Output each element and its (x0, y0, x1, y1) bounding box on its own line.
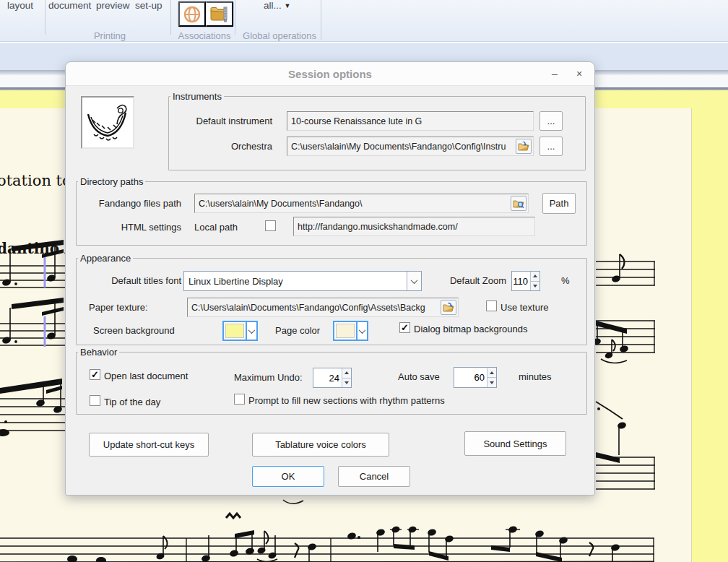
spinner-down-icon[interactable] (488, 377, 496, 387)
default-instrument-field[interactable] (287, 111, 534, 131)
spinner-down-icon[interactable] (342, 378, 351, 388)
edit-cursor-line (44, 316, 46, 347)
folder-search-icon[interactable] (511, 196, 526, 211)
zoom-spinner[interactable] (511, 271, 540, 291)
lute-rose-image (81, 96, 134, 149)
prompt-fill-checkbox[interactable] (234, 394, 245, 405)
open-last-checkbox[interactable]: ✓ (90, 369, 100, 380)
folder-refresh-icon[interactable] (441, 300, 456, 315)
local-path-label: Local path (194, 222, 238, 233)
screen-background-swatch (225, 324, 244, 338)
dialog-title: Session options (66, 62, 594, 86)
browse-orchestra-button[interactable]: ... (540, 137, 563, 156)
tip-of-day-label: Tip of the day (104, 397, 160, 408)
dialog-titlebar: Session options – × (66, 62, 594, 86)
behavior-legend: Behavior (80, 347, 117, 358)
auto-save-label: Auto save (398, 371, 440, 383)
spinner-up-icon[interactable] (342, 368, 351, 378)
max-undo-spinner[interactable] (313, 368, 352, 388)
browse-default-instrument-button[interactable]: ... (540, 111, 563, 131)
default-zoom-label: Default Zoom (445, 275, 506, 287)
spinner-down-icon[interactable] (531, 281, 540, 291)
edit-cursor-line (44, 257, 46, 288)
chevron-down-icon[interactable] (407, 272, 421, 290)
chevron-down-icon[interactable] (356, 322, 367, 340)
paper-texture-field[interactable] (187, 298, 459, 317)
zoom-value-input[interactable] (512, 272, 530, 290)
page-color-swatch (336, 324, 355, 338)
zoom-percent-label: % (561, 275, 570, 287)
instruments-group: Instruments (168, 91, 586, 170)
ok-button[interactable]: OK (252, 466, 324, 487)
folder-refresh-icon[interactable] (516, 139, 532, 154)
page-color-label: Page color (275, 325, 320, 337)
spinner-up-icon[interactable] (488, 368, 496, 377)
page-color-picker[interactable] (333, 321, 368, 341)
max-undo-input[interactable] (313, 368, 342, 387)
use-texture-checkbox[interactable] (486, 301, 497, 311)
titles-font-value: Linux Libertine Display (184, 276, 407, 287)
chevron-down-icon[interactable] (246, 322, 256, 340)
html-settings-label: HTML settings (80, 222, 181, 233)
minimize-button[interactable]: – (545, 62, 564, 85)
close-button[interactable]: × (570, 62, 589, 85)
screen-background-label: Screen background (93, 325, 175, 337)
screen-background-color-picker[interactable] (222, 321, 258, 341)
use-texture-label: Use texture (500, 302, 548, 314)
auto-save-minutes-label: minutes (519, 371, 552, 383)
dialog-bitmap-label: Dialog bitmap backgrounds (414, 324, 528, 335)
tablature-voice-colors-button[interactable]: Tablature voice colors (252, 433, 389, 457)
dialog-bitmap-checkbox[interactable]: ✓ (399, 322, 410, 333)
path-button[interactable]: Path (542, 193, 576, 214)
sound-settings-button[interactable]: Sound Settings (464, 431, 566, 456)
prompt-fill-label: Prompt to fill new sections with rhythm … (248, 395, 445, 407)
local-path-checkbox[interactable] (265, 220, 276, 231)
cancel-button[interactable]: Cancel (338, 466, 410, 487)
update-shortcuts-button[interactable]: Update short-cut keys (89, 433, 209, 457)
open-last-label: Open last document (104, 371, 188, 382)
session-options-dialog: Session options – × Instruments Default … (65, 61, 595, 496)
spinner-up-icon[interactable] (531, 272, 540, 281)
tip-of-day-checkbox[interactable] (90, 395, 100, 406)
default-instrument-label: Default instrument (152, 116, 272, 127)
directory-paths-legend: Directory paths (80, 176, 143, 187)
auto-save-input[interactable] (454, 368, 487, 387)
instruments-legend: Instruments (173, 91, 222, 102)
appearance-legend: Appearance (80, 253, 131, 264)
files-path-field[interactable] (194, 194, 529, 213)
files-path-label: Fandango files path (80, 198, 181, 209)
max-undo-label: Maximum Undo: (234, 372, 303, 384)
orchestra-label: Orchestra (152, 141, 272, 152)
paper-texture-label: Paper texture: (89, 302, 148, 314)
orchestra-field[interactable] (287, 137, 534, 156)
html-url-field[interactable] (293, 217, 535, 236)
titles-font-combobox[interactable]: Linux Libertine Display (183, 271, 422, 291)
titles-font-label: Default titles font (80, 275, 181, 287)
auto-save-spinner[interactable] (454, 367, 497, 388)
